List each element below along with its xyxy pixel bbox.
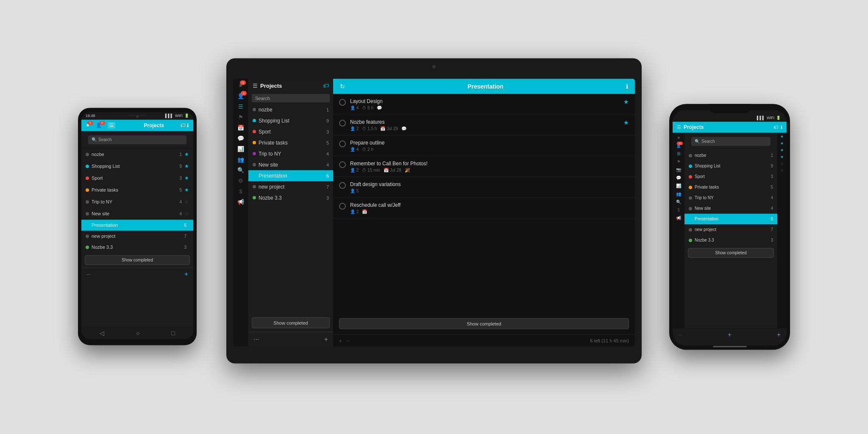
iphone-project-star[interactable]: ★ <box>780 155 784 159</box>
android-search-box[interactable]: 🔍 Search <box>88 135 186 144</box>
iphone-project-star[interactable]: ☆ <box>780 161 784 166</box>
iphone-tag-icon[interactable]: 🏷 <box>773 125 778 130</box>
tablet-footer-more[interactable]: ··· <box>346 338 350 343</box>
iphone-team-icon[interactable]: 👥 <box>676 192 681 196</box>
iphone-project-star[interactable]: ★ <box>780 148 784 152</box>
task-circle[interactable] <box>339 203 346 210</box>
iphone-project-item[interactable]: Sport 3 <box>684 171 777 182</box>
android-bottom-dots[interactable]: ··· <box>86 271 91 277</box>
task-circle[interactable] <box>339 182 346 189</box>
task-star[interactable]: ★ <box>623 119 629 126</box>
phone-android: 16:48 ▌▌▌ WiFi 🔋 ★ 9 👤 4 ☰ <box>78 108 197 345</box>
tablet-task-item[interactable]: Reschedule call w/Jeff 👤 2📅 <box>333 198 635 219</box>
android-recents-btn[interactable]: □ <box>171 330 175 337</box>
iphone-project-item[interactable]: Shopping List 9 <box>684 161 777 171</box>
tab-projects-icon[interactable]: ☰ <box>238 103 243 110</box>
iphone-photo-icon[interactable]: 📷 <box>676 167 681 172</box>
android-project-item[interactable]: New site 4 ☆ <box>81 208 193 220</box>
tab-search-icon[interactable]: 🔍 <box>237 167 244 173</box>
iphone-project-item[interactable]: Trip to NY 4 <box>684 192 777 203</box>
tablet-project-item[interactable]: Nozbe 3.3 3 <box>248 192 333 203</box>
android-project-item[interactable]: Presentation 6 <box>81 220 193 231</box>
android-back-btn[interactable]: ◁ <box>100 330 104 337</box>
iphone-show-completed[interactable]: Show completed <box>688 248 774 258</box>
tab-priority-icon[interactable]: ★ 9 <box>238 82 243 89</box>
iphone-project-item[interactable]: Presentation 6 <box>684 214 777 224</box>
tablet-project-item[interactable]: Private tasks 5 <box>248 137 333 148</box>
iphone-star-icon[interactable]: ★ <box>677 135 681 140</box>
task-star[interactable]: ★ <box>623 98 629 105</box>
task-meta: 👤 5 <box>350 189 625 193</box>
android-project-item[interactable]: Shopping List 9 ★ <box>81 160 193 172</box>
iphone-project-item[interactable]: new project 7 <box>684 224 777 235</box>
android-info-icon[interactable]: ℹ <box>187 122 189 128</box>
tablet-footer-plus[interactable]: + <box>339 338 342 343</box>
iphone-dollar-icon[interactable]: $ <box>677 208 680 212</box>
tablet-refresh-icon[interactable]: ↻ <box>340 83 345 90</box>
tablet-task-item[interactable]: Remember to Call Ben for Photos! 👤 2⏱ 15… <box>333 156 635 177</box>
tablet-project-item[interactable]: new project 7 <box>248 181 333 192</box>
tab-flag-icon[interactable]: ⚑ <box>238 114 243 120</box>
tablet-tag-icon[interactable]: 🏷 <box>323 82 329 89</box>
tablet-task-item[interactable]: Draft design variations 👤 5 <box>333 177 635 198</box>
android-tag-icon[interactable]: 🏷 <box>180 122 185 128</box>
tab-chat-icon[interactable]: 💬 <box>237 135 244 142</box>
tablet-project-item[interactable]: Shopping List 9 <box>248 115 333 126</box>
tablet-main-show-completed[interactable]: Show completed <box>339 318 629 329</box>
tablet-task-item[interactable]: Prepare outline 👤 4⏱ 2 h <box>333 136 635 156</box>
iphone-projects-icon[interactable]: ☰ <box>677 151 681 156</box>
iphone-project-star[interactable]: ★ <box>780 141 784 145</box>
tablet-task-item[interactable]: Nozbe features 👤 2⏱ 1.5 h📅 Jul 29💬 ★ <box>333 115 635 136</box>
iphone-inbox-icon[interactable]: 👤4 <box>676 143 681 148</box>
iphone-dots-btn[interactable]: ··· <box>679 332 682 337</box>
iphone-chat-icon[interactable]: 💬 <box>676 175 681 180</box>
android-project-item[interactable]: Private tasks 5 ★ <box>81 184 193 196</box>
android-project-item[interactable]: Nozbe 3.3 3 <box>81 242 193 253</box>
android-project-item[interactable]: new project 7 <box>81 231 193 242</box>
tablet-project-item[interactable]: Trip to NY 4 <box>248 148 333 159</box>
tab-dollar-icon[interactable]: $ <box>239 188 242 195</box>
android-projects-icon[interactable]: ☰ <box>108 122 115 128</box>
task-circle[interactable] <box>339 120 346 127</box>
task-circle[interactable] <box>339 141 346 147</box>
tablet-show-completed[interactable]: Show completed <box>252 317 330 328</box>
android-project-item[interactable]: Sport 3 ★ <box>81 172 193 184</box>
iphone-project-item[interactable]: nozbe 1 <box>684 150 777 161</box>
tablet-project-item[interactable]: nozbe 1 <box>248 104 333 115</box>
tablet-footer-dots[interactable]: ··· <box>253 336 259 343</box>
iphone-add2-btn[interactable]: + <box>777 331 781 339</box>
iphone-megaphone-icon[interactable]: 📢 <box>676 216 681 220</box>
task-circle[interactable] <box>339 99 346 106</box>
iphone-flag-icon[interactable]: ⚑ <box>677 159 681 164</box>
task-circle[interactable] <box>339 161 346 168</box>
android-bottom-plus[interactable]: + <box>184 270 188 278</box>
iphone-project-item[interactable]: New site 4 <box>684 203 777 214</box>
iphone-project-star[interactable]: ☆ <box>780 168 784 172</box>
iphone-add1-btn[interactable]: + <box>728 331 732 339</box>
tab-settings-icon[interactable]: ⚙ <box>238 178 243 184</box>
tablet-info-icon[interactable]: ℹ <box>626 83 628 90</box>
iphone-project-item[interactable]: Nozbe 3.3 3 <box>684 235 777 245</box>
iphone-chart-icon[interactable]: 📊 <box>676 184 681 188</box>
tablet-project-item[interactable]: New site 4 <box>248 159 333 170</box>
tablet-project-item[interactable]: Presentation 6 <box>248 170 333 181</box>
android-show-completed[interactable]: Show completed <box>85 255 190 265</box>
tablet-project-list: nozbe 1 Shopping List 9 Sport 3 Private … <box>248 104 333 314</box>
iphone-project-star[interactable]: ★ <box>780 134 784 139</box>
iphone-info-icon[interactable]: ℹ <box>781 125 782 130</box>
android-project-item[interactable]: nozbe 1 ★ <box>81 148 193 160</box>
tab-chart-icon[interactable]: 📊 <box>237 146 244 152</box>
iphone-project-item[interactable]: Private tasks 5 <box>684 182 777 192</box>
tablet-search-box[interactable]: Search <box>252 94 330 103</box>
tablet-project-item[interactable]: Sport 3 <box>248 126 333 137</box>
android-home-btn[interactable]: ○ <box>136 330 139 337</box>
tab-inbox-icon[interactable]: 👤 4 <box>237 93 244 99</box>
android-project-item[interactable]: Trip to NY 4 ☆ <box>81 196 193 208</box>
tab-calendar-icon[interactable]: 📅 <box>237 125 244 131</box>
tab-team-icon[interactable]: 👥 <box>237 156 244 163</box>
tab-megaphone-icon[interactable]: 📢 <box>237 199 244 205</box>
iphone-search-box[interactable]: 🔍 Search <box>691 137 771 146</box>
tablet-task-item[interactable]: Layout Design 👤 4⏱ 8 h💬 ★ <box>333 94 635 115</box>
iphone-search2-icon[interactable]: 🔍 <box>676 200 681 204</box>
tablet-footer-add[interactable]: + <box>324 336 328 343</box>
